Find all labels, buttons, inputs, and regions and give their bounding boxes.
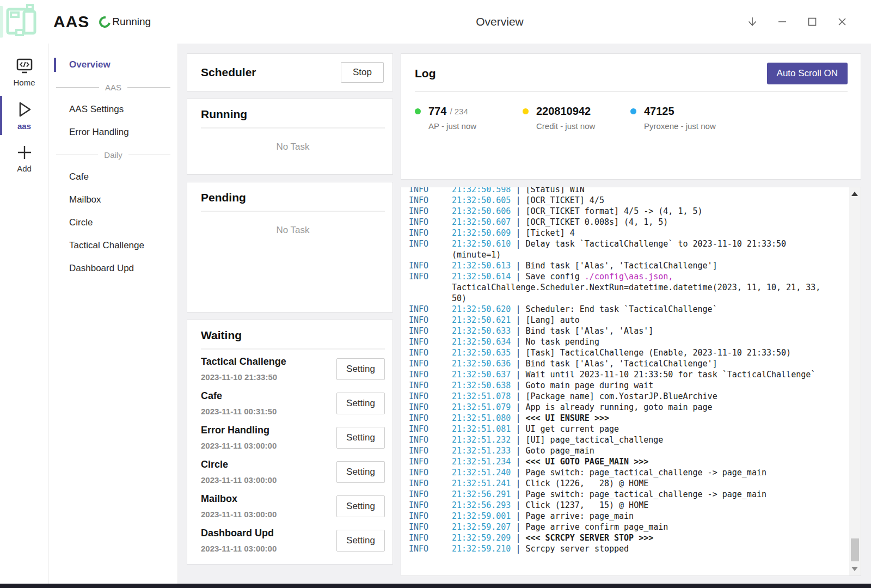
log-line: INFO21:32:50.637 | Wait until 2023-11-10… bbox=[409, 369, 839, 380]
task-setting-button[interactable]: Setting bbox=[336, 427, 385, 449]
waiting-task-info: Circle2023-11-11 03:00:00 bbox=[201, 459, 277, 485]
task-setting-button[interactable]: Setting bbox=[336, 495, 385, 517]
waiting-task-info: Tactical Challenge2023-11-10 21:33:50 bbox=[201, 356, 286, 382]
waiting-task-row-dashboard-upd: Dashboard Upd2023-11-11 03:00:00Setting bbox=[201, 523, 385, 558]
sidebar-item-error-handling[interactable]: Error Handling bbox=[49, 121, 177, 144]
app-logo bbox=[0, 0, 45, 44]
log-timestamp: 21:32:50.614 bbox=[452, 272, 511, 281]
log-message: Page arrive confirm page_main bbox=[525, 522, 668, 532]
scrollbar-thumb[interactable] bbox=[851, 538, 859, 561]
resource-stat-credit: 220810942Credit - just now bbox=[523, 105, 630, 131]
log-separator: | bbox=[511, 261, 525, 271]
scroll-down-icon[interactable] bbox=[851, 567, 858, 571]
log-level: INFO bbox=[409, 402, 452, 413]
log-column: Log Auto Scroll ON 774/ 234AP - just now… bbox=[401, 53, 861, 576]
divider bbox=[415, 91, 848, 92]
auto-scroll-toggle-button[interactable]: Auto Scroll ON bbox=[767, 63, 848, 84]
log-content: 21:32:50.633 | Bind task ['Alas', 'Alas'… bbox=[452, 326, 839, 336]
minimize-button[interactable] bbox=[776, 16, 788, 28]
log-level: INFO bbox=[409, 424, 452, 434]
sidebar-item-label: Error Handling bbox=[69, 127, 129, 138]
stat-dot-icon bbox=[630, 108, 636, 114]
log-timestamp: 21:32:51.232 bbox=[452, 435, 511, 445]
code-monitor-icon bbox=[15, 58, 34, 75]
log-scrollbar[interactable] bbox=[849, 187, 861, 575]
sidebar-item-tactical-challenge[interactable]: Tactical Challenge bbox=[49, 234, 177, 257]
log-message: Goto page_main bbox=[525, 446, 594, 456]
stat-caption: Pyroxene - just now bbox=[644, 121, 738, 131]
log-line: INFO21:32:51.240 | Page switch: page_tac… bbox=[409, 467, 839, 478]
log-line: INFO21:32:56.293 | Click (1237, 15) @ HO… bbox=[409, 500, 839, 511]
sidebar-item-dashboard-upd[interactable]: Dashboard Upd bbox=[49, 257, 177, 280]
running-card: Running No Task bbox=[187, 99, 393, 175]
rail-item-label: aas bbox=[17, 121, 31, 131]
task-setting-button[interactable]: Setting bbox=[336, 393, 385, 414]
app-logo-icon bbox=[0, 4, 45, 40]
log-content: 21:32:56.291 | Page switch: page_tactica… bbox=[452, 489, 839, 500]
log-level: INFO bbox=[409, 511, 452, 522]
stat-value: 220810942 bbox=[536, 105, 591, 118]
log-message: [Package_name] com.YostarJP.BlueArchive bbox=[525, 391, 717, 401]
sidebar-item-mailbox[interactable]: Mailbox bbox=[49, 188, 177, 211]
pending-card: Pending No Task bbox=[187, 182, 393, 313]
sidebar-item-circle[interactable]: Circle bbox=[49, 211, 177, 234]
rail-item-add[interactable]: Add bbox=[0, 137, 48, 180]
task-setting-button[interactable]: Setting bbox=[336, 358, 385, 380]
task-setting-button[interactable]: Setting bbox=[336, 461, 385, 483]
log-content: 21:32:51.240 | Page switch: page_tactica… bbox=[452, 467, 839, 478]
log-line: INFO21:32:50.621 | [Lang] auto bbox=[409, 315, 839, 326]
log-panel[interactable]: INFO21:32:50.598 | [Status] WININFO21:32… bbox=[401, 187, 861, 576]
close-button[interactable] bbox=[836, 16, 848, 28]
log-title: Log bbox=[415, 67, 436, 80]
sidebar-item-aas-settings[interactable]: AAS Settings bbox=[49, 98, 177, 121]
log-separator: | bbox=[511, 195, 525, 205]
log-lines: INFO21:32:50.598 | [Status] WININFO21:32… bbox=[401, 187, 861, 554]
waiting-task-name: Cafe bbox=[201, 390, 277, 402]
task-setting-button[interactable]: Setting bbox=[336, 530, 385, 552]
stat-dot-icon bbox=[523, 108, 529, 114]
hide-to-tray-button[interactable] bbox=[746, 16, 758, 28]
log-line: INFO21:32:50.614 | Save config ./config\… bbox=[409, 271, 839, 304]
log-line: INFO21:32:59.209 | <<< SCRCPY SERVER STO… bbox=[409, 532, 839, 543]
play-icon bbox=[16, 100, 33, 119]
log-line: INFO21:32:50.620 | Scheduler: End task `… bbox=[409, 304, 839, 315]
log-content: 21:32:50.634 | No task pending bbox=[452, 336, 839, 347]
maximize-button[interactable] bbox=[806, 16, 818, 28]
log-timestamp: 21:32:50.638 bbox=[452, 381, 511, 390]
scroll-up-icon[interactable] bbox=[851, 192, 858, 196]
log-message: <<< UI ENSURE >>> bbox=[525, 413, 609, 423]
log-level: INFO bbox=[409, 326, 452, 336]
active-indicator bbox=[54, 58, 56, 72]
log-timestamp: 21:32:50.607 bbox=[452, 217, 511, 227]
log-content: 21:32:51.080 | <<< UI ENSURE >>> bbox=[452, 413, 839, 424]
scheduler-stop-button[interactable]: Stop bbox=[341, 62, 384, 83]
scheduler-title: Scheduler bbox=[201, 66, 256, 79]
sidebar-item-cafe[interactable]: Cafe bbox=[49, 166, 177, 188]
waiting-title: Waiting bbox=[201, 329, 385, 342]
divider bbox=[201, 348, 385, 350]
minimize-icon bbox=[776, 16, 788, 28]
rail-item-home[interactable]: Home bbox=[0, 51, 48, 94]
log-content: 21:32:51.232 | [UI] page_tactical_challe… bbox=[452, 434, 839, 445]
log-timestamp: 21:32:51.081 bbox=[452, 424, 511, 434]
icon-rail: Home aas Add bbox=[0, 44, 49, 584]
log-message: Goto main page during wait bbox=[525, 381, 653, 390]
log-message: [OCR_TICKET] 4/5 bbox=[525, 195, 604, 205]
log-level: INFO bbox=[409, 358, 452, 369]
log-level: INFO bbox=[409, 456, 452, 467]
log-separator: | bbox=[511, 217, 525, 227]
stat-value: 47125 bbox=[644, 105, 674, 118]
log-message: [Ticket] 4 bbox=[525, 228, 574, 238]
log-line: INFO21:32:50.636 | Bind task ['Alas', 'T… bbox=[409, 358, 839, 369]
pending-empty-text: No Task bbox=[201, 225, 385, 236]
running-spinner-icon bbox=[97, 14, 113, 29]
rail-item-aas[interactable]: aas bbox=[0, 94, 48, 137]
log-timestamp: 21:32:50.605 bbox=[452, 195, 511, 205]
log-content: 21:32:59.001 | Page arrive: page_main bbox=[452, 511, 839, 522]
divider bbox=[201, 127, 385, 128]
sidebar-item-overview[interactable]: Overview bbox=[49, 53, 177, 76]
sidebar-group-label: AAS bbox=[105, 83, 121, 92]
divider bbox=[201, 211, 385, 212]
body-row: Home aas Add OverviewAASAAS SettingsErro… bbox=[0, 44, 871, 584]
log-title-row: Log Auto Scroll ON bbox=[415, 63, 848, 84]
